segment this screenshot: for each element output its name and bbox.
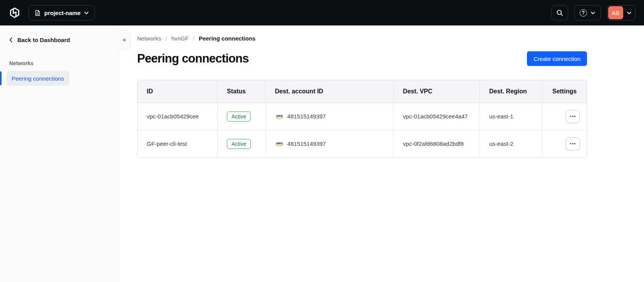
breadcrumb-networks[interactable]: Networks — [137, 35, 161, 42]
cell-dest-region: us-east-2 — [480, 130, 542, 157]
breadcrumb-separator: / — [166, 35, 167, 42]
table-row: vpc-01acb05429cee Active aws — [138, 103, 587, 130]
cell-dest-vpc: vpc-0f2afd6808ad2bdf8 — [394, 130, 480, 157]
cell-settings — [542, 103, 587, 130]
hashicorp-logo[interactable] — [9, 7, 20, 18]
cell-dest-account-id: aws 481515149397 — [265, 103, 393, 130]
project-name-label: project-name — [44, 10, 80, 16]
row-settings-button[interactable] — [566, 137, 580, 150]
chevron-down-icon — [84, 11, 89, 15]
search-icon — [556, 9, 564, 17]
aws-icon: aws — [275, 113, 284, 120]
cell-dest-vpc: vpc-01acb05429cee4a47 — [394, 103, 480, 130]
table-header-row: ID Status Dest. account ID Dest. VPC Des… — [138, 80, 587, 103]
back-to-dashboard-label: Back to Dashboard — [17, 37, 70, 43]
column-header-dest-account-id: Dest. account ID — [265, 80, 393, 103]
dest-account-id-value: 481515149397 — [287, 140, 326, 147]
active-item-indicator — [0, 71, 2, 85]
cell-dest-region: us-east-1 — [480, 103, 542, 130]
navbar-right-controls: ? AB — [552, 5, 636, 20]
hashicorp-logo-icon — [9, 7, 20, 18]
document-icon — [34, 10, 41, 16]
column-header-dest-region: Dest. Region — [480, 80, 542, 103]
sidebar-collapse-button[interactable]: « — [119, 30, 131, 50]
dest-account-id-value: 481515149397 — [287, 113, 326, 120]
search-button[interactable] — [552, 5, 568, 20]
breadcrumb-current: Peering connections — [199, 35, 256, 42]
sidebar-item-peering-connections[interactable]: Peering connections — [6, 71, 69, 86]
row-settings-button[interactable] — [566, 110, 580, 123]
svg-text:aws: aws — [276, 141, 283, 145]
svg-text:aws: aws — [276, 114, 283, 118]
main-content: « Networks / hvnGF / Peering connections… — [119, 25, 644, 282]
cell-dest-account-id: aws 481515149397 — [265, 130, 393, 157]
cell-status: Active — [218, 103, 266, 130]
page-header: Peering connections Create connection — [137, 50, 587, 67]
top-navbar: project-name ? AB — [0, 0, 644, 25]
cell-status: Active — [218, 130, 266, 157]
back-to-dashboard-link[interactable]: Back to Dashboard — [0, 35, 119, 45]
table-row: GF-peer-cli-test Active aws — [138, 130, 587, 157]
page-title: Peering connections — [137, 52, 249, 66]
create-connection-button[interactable]: Create connection — [527, 51, 587, 66]
help-menu-button[interactable]: ? — [574, 5, 601, 20]
peering-connections-table: ID Status Dest. account ID Dest. VPC Des… — [137, 80, 587, 158]
sidebar-item-label: Peering connections — [12, 75, 64, 82]
ellipsis-icon — [570, 143, 575, 144]
avatar: AB — [608, 6, 623, 19]
chevron-down-icon — [627, 11, 632, 15]
chevron-down-icon — [590, 11, 595, 15]
help-icon: ? — [580, 9, 587, 17]
aws-icon: aws — [275, 141, 284, 147]
chevron-left-icon — [9, 37, 13, 43]
breadcrumb: Networks / hvnGF / Peering connections — [137, 35, 587, 42]
column-header-status: Status — [218, 80, 266, 103]
column-header-dest-vpc: Dest. VPC — [394, 80, 480, 103]
breadcrumb-hvn[interactable]: hvnGF — [171, 35, 189, 42]
user-menu-button[interactable]: AB — [607, 5, 636, 20]
cell-id: vpc-01acb05429cee — [138, 103, 218, 130]
status-badge: Active — [227, 139, 251, 149]
sidebar: Back to Dashboard Networks Peering conne… — [0, 25, 119, 282]
column-header-id: ID — [138, 80, 218, 103]
cell-id: GF-peer-cli-test — [138, 130, 218, 157]
project-switcher[interactable]: project-name — [29, 5, 95, 20]
column-header-settings: Settings — [542, 80, 587, 103]
collapse-sidebar-icon: « — [123, 36, 126, 43]
breadcrumb-separator: / — [193, 35, 195, 42]
cell-settings — [542, 130, 587, 157]
status-badge: Active — [227, 111, 251, 122]
sidebar-section-networks: Networks — [9, 60, 109, 66]
ellipsis-icon — [570, 116, 575, 117]
app-shell: Back to Dashboard Networks Peering conne… — [0, 25, 644, 282]
